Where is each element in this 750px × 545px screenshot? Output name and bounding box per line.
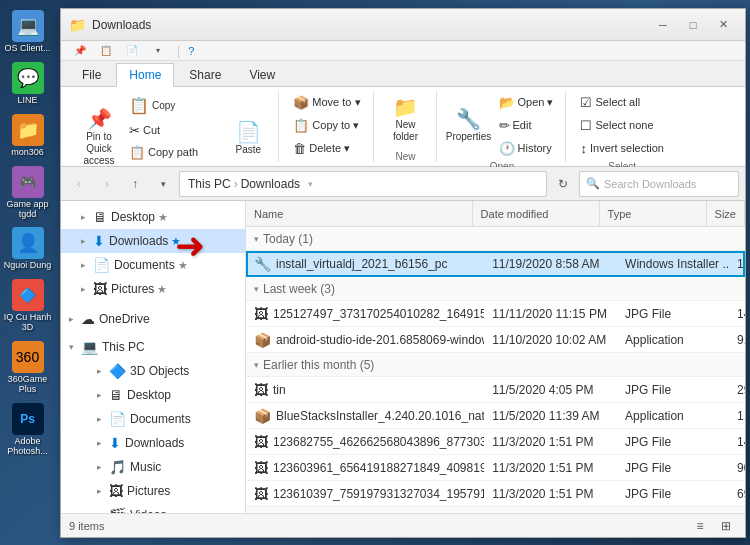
sidebar-item-desktop[interactable]: ▸ 🖥 Desktop ★ [61, 205, 245, 229]
section-earlier-month[interactable]: ▾ Earlier this month (5) [246, 353, 745, 377]
cut-button[interactable]: ✂Cut [125, 119, 222, 141]
file-icon-img3: 🖼 [254, 460, 268, 476]
qa-help-button[interactable]: ? [188, 45, 194, 57]
table-row[interactable]: 📦 android-studio-ide-201.6858069-windows… [246, 327, 745, 353]
title-bar-icon: 📁 [69, 17, 86, 33]
ribbon-group-clipboard: 📌 Pin to Quickaccess 📋 Copy ✂Cut 📋Copy p… [69, 91, 279, 162]
title-bar: 📁 Downloads ─ □ ✕ [61, 9, 745, 41]
copy-button[interactable]: 📋 Copy [125, 91, 222, 119]
edit-button[interactable]: ✏Edit [495, 114, 558, 136]
search-placeholder: Search Downloads [604, 178, 696, 190]
title-bar-buttons: ─ □ ✕ [649, 14, 737, 36]
sidebar-item-3d-objects[interactable]: ▸ 🔷 3D Objects [61, 359, 245, 383]
section-last-week[interactable]: ▾ Last week (3) [246, 277, 745, 301]
file-icon-img1: 🖼 [254, 306, 268, 322]
title-bar-text: Downloads [92, 18, 649, 32]
desktop-icons-panel: 💻 OS Client... 💬 LINE 📁 mon306 🎮 Game ap… [0, 0, 55, 545]
desktop-icon-mon306[interactable]: 📁 mon306 [3, 114, 53, 158]
ribbon-group-select: ☑Select all ☐Select none ↕Invert selecti… [568, 91, 675, 162]
copy-path-button[interactable]: 📋Copy path [125, 141, 222, 163]
qa-pin-button[interactable]: 📌 [69, 42, 91, 60]
file-icon-tin: 🖼 [254, 382, 268, 398]
sidebar-item-pictures2[interactable]: ▸ 🖼 Pictures [61, 479, 245, 503]
sidebar-item-downloads2[interactable]: ▸ ⬇ Downloads [61, 431, 245, 455]
file-icon-android-studio: 📦 [254, 332, 271, 348]
tab-file[interactable]: File [69, 63, 114, 86]
desktop-icon-nguoi-dung[interactable]: 👤 Nguoi Dung [3, 227, 53, 271]
qa-copy-button[interactable]: 📋 [95, 42, 117, 60]
table-row[interactable]: 🖼 tin 11/5/2020 4:05 PM JPG File 29 K [246, 377, 745, 403]
sidebar-item-desktop2[interactable]: ▸ 🖥 Desktop [61, 383, 245, 407]
sidebar-item-onedrive[interactable]: ▸ ☁ OneDrive [61, 307, 245, 331]
items-count: 9 items [69, 520, 104, 532]
ribbon-group-open: 🔧 Properties 📂Open ▾ ✏Edit 🕐History Open [439, 91, 567, 162]
address-bar: ‹ › ↑ ▾ This PC › Downloads ▾ ↻ 🔍 Search… [61, 167, 745, 201]
header-type[interactable]: Type [600, 201, 707, 226]
desktop-icon-os-client[interactable]: 💻 OS Client... [3, 10, 53, 54]
select-none-button[interactable]: ☐Select none [576, 114, 657, 136]
path-this-pc[interactable]: This PC [188, 177, 231, 191]
select-all-button[interactable]: ☑Select all [576, 91, 644, 113]
file-icon-img2: 🖼 [254, 434, 268, 450]
file-column-headers: Name Date modified Type Size [246, 201, 745, 227]
copy-to-button[interactable]: 📋Copy to ▾ [289, 114, 363, 136]
sidebar-item-pictures[interactable]: ▸ 🖼 Pictures ★ [61, 277, 245, 301]
maximize-button[interactable]: □ [679, 14, 707, 36]
path-downloads[interactable]: Downloads [241, 177, 300, 191]
refresh-button[interactable]: ↻ [551, 172, 575, 196]
sidebar-item-videos[interactable]: ▸ 🎬 Videos [61, 503, 245, 513]
ribbon-group-organize: 📦Move to ▾ 📋Copy to ▾ 🗑Delete ▾ ✏Rename … [281, 91, 373, 162]
tab-view[interactable]: View [236, 63, 288, 86]
table-row[interactable]: 🔧 install_virtualdj_2021_b6156_pc 11/19/… [246, 251, 745, 277]
view-buttons: ≡ ⊞ [689, 517, 737, 535]
table-row[interactable]: 🖼 125127497_373170254010282_1649154498..… [246, 301, 745, 327]
close-button[interactable]: ✕ [709, 14, 737, 36]
nav-pane: ▸ 🖥 Desktop ★ ▸ ⬇ Downloads ★ ▸ 📄 Docume… [61, 201, 246, 513]
desktop-icon-adobe-ps[interactable]: Ps Adobe Photosh... [3, 403, 53, 457]
sidebar-item-documents[interactable]: ▸ 📄 Documents ★ [61, 253, 245, 277]
main-content: ▸ 🖥 Desktop ★ ▸ ⬇ Downloads ★ ▸ 📄 Docume… [61, 201, 745, 513]
section-today[interactable]: ▾ Today (1) [246, 227, 745, 251]
tab-home[interactable]: Home [116, 63, 174, 87]
nav-recent-button[interactable]: ▾ [151, 172, 175, 196]
explorer-window: 📁 Downloads ─ □ ✕ 📌 📋 📄 ▾ | ? File Home … [60, 8, 746, 538]
desktop-icon-iq-cu-hanh[interactable]: 🔷 IQ Cu Hanh 3D [3, 279, 53, 333]
ribbon-panel: 📌 Pin to Quickaccess 📋 Copy ✂Cut 📋Copy p… [61, 87, 745, 167]
large-icons-view-button[interactable]: ⊞ [715, 517, 737, 535]
new-folder-button[interactable]: 📁 Newfolder [384, 92, 428, 148]
qa-dropdown-button[interactable]: ▾ [147, 42, 169, 60]
desktop-icon-360game[interactable]: 360 360Game Plus [3, 341, 53, 395]
table-row[interactable]: 🖼 123610397_759197931327034_1957915148..… [246, 481, 745, 507]
history-button[interactable]: 🕐History [495, 137, 558, 159]
sidebar-item-music[interactable]: ▸ 🎵 Music [61, 455, 245, 479]
search-box[interactable]: 🔍 Search Downloads [579, 171, 739, 197]
nav-up-button[interactable]: ↑ [123, 172, 147, 196]
table-row[interactable]: 📦 BlueStacksInstaller_4.240.20.1016_nati… [246, 403, 745, 429]
sidebar-item-this-pc[interactable]: ▾ 💻 This PC [61, 335, 245, 359]
header-name[interactable]: Name [246, 201, 473, 226]
pin-quick-access-button[interactable]: 📌 Pin to Quickaccess [77, 110, 121, 166]
sidebar-item-documents2[interactable]: ▸ 📄 Documents [61, 407, 245, 431]
open-button[interactable]: 📂Open ▾ [495, 91, 558, 113]
desktop-icon-line[interactable]: 💬 LINE [3, 62, 53, 106]
table-row[interactable]: 🖼 123603961_656419188271849_4098198623..… [246, 455, 745, 481]
invert-selection-button[interactable]: ↕Invert selection [576, 137, 667, 159]
file-list: ▾ Today (1) 🔧 install_virtualdj_2021_b61… [246, 227, 745, 513]
paste-button[interactable]: 📄 Paste [226, 110, 270, 166]
move-to-button[interactable]: 📦Move to ▾ [289, 91, 364, 113]
header-size[interactable]: Size [707, 201, 745, 226]
table-row[interactable]: 🖼 123682755_462662568043896_8773039184..… [246, 429, 745, 455]
sidebar-item-downloads[interactable]: ▸ ⬇ Downloads ★ [61, 229, 245, 253]
nav-forward-button[interactable]: › [95, 172, 119, 196]
tab-share[interactable]: Share [176, 63, 234, 86]
minimize-button[interactable]: ─ [649, 14, 677, 36]
details-view-button[interactable]: ≡ [689, 517, 711, 535]
status-bar: 9 items ≡ ⊞ [61, 513, 745, 537]
address-path[interactable]: This PC › Downloads ▾ [179, 171, 547, 197]
desktop-icon-game-app[interactable]: 🎮 Game app tgdd [3, 166, 53, 220]
qa-paste-button[interactable]: 📄 [121, 42, 143, 60]
nav-back-button[interactable]: ‹ [67, 172, 91, 196]
properties-button[interactable]: 🔧 Properties [447, 97, 491, 153]
header-date-modified[interactable]: Date modified [473, 201, 600, 226]
delete-button[interactable]: 🗑Delete ▾ [289, 137, 354, 159]
